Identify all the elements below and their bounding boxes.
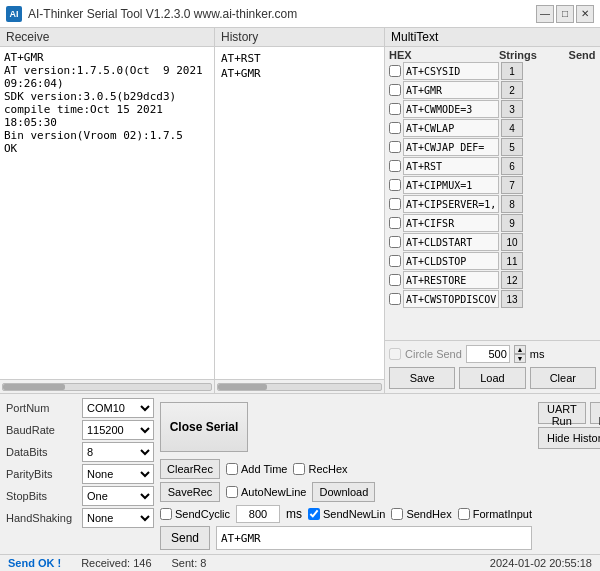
- mt-row-checkbox-3[interactable]: [389, 122, 401, 134]
- mt-row-send-btn-4[interactable]: 5: [501, 138, 523, 156]
- autonewline-checkbox[interactable]: [226, 486, 238, 498]
- mt-row-input-7[interactable]: [403, 195, 499, 213]
- history-hscrollbar[interactable]: [215, 379, 384, 393]
- history-hscroll-thumb: [218, 384, 267, 390]
- multitext-rows: 1 2 3 4 5 6: [385, 61, 600, 340]
- mt-row-checkbox-6[interactable]: [389, 179, 401, 191]
- send-button[interactable]: Send: [160, 526, 210, 550]
- stopbits-select[interactable]: One: [82, 486, 154, 506]
- history-panel: History AT+RSTAT+GMR: [215, 28, 385, 393]
- send-input[interactable]: [216, 526, 532, 550]
- uart-run-button[interactable]: UART Run: [538, 402, 586, 424]
- mt-row-input-2[interactable]: [403, 100, 499, 118]
- history-item[interactable]: AT+RST: [219, 51, 380, 66]
- baudrate-select[interactable]: 115200: [82, 420, 154, 440]
- mt-row-send-btn-6[interactable]: 7: [501, 176, 523, 194]
- mt-row: 4: [389, 119, 596, 137]
- addtime-label[interactable]: Add Time: [226, 463, 287, 475]
- mt-row-send-btn-7[interactable]: 8: [501, 195, 523, 213]
- sendcyclic-input[interactable]: [236, 505, 280, 523]
- spinner-up-button[interactable]: ▲: [514, 345, 526, 354]
- circle-send-input[interactable]: [466, 345, 510, 363]
- close-serial-button[interactable]: Close Serial: [160, 402, 248, 452]
- mt-row-send-btn-2[interactable]: 3: [501, 100, 523, 118]
- hscroll-track[interactable]: [2, 383, 212, 391]
- sendcyclic-checkbox[interactable]: [160, 508, 172, 520]
- multitext-bottom: Circle Send ▲ ▼ ms Save Load Clear: [385, 340, 600, 393]
- load-button[interactable]: Load: [459, 367, 525, 389]
- formatinput-label[interactable]: FormatInput: [458, 508, 532, 520]
- mt-row-checkbox-12[interactable]: [389, 293, 401, 305]
- mt-row-send-btn-11[interactable]: 12: [501, 271, 523, 289]
- sendnewlin-label[interactable]: SendNewLin: [308, 508, 385, 520]
- mt-row-checkbox-0[interactable]: [389, 65, 401, 77]
- mt-row-checkbox-11[interactable]: [389, 274, 401, 286]
- sendhex-label[interactable]: SendHex: [391, 508, 451, 520]
- hide-multitext-button[interactable]: Hide MultiText: [590, 402, 600, 424]
- mt-row-checkbox-1[interactable]: [389, 84, 401, 96]
- mt-row-input-3[interactable]: [403, 119, 499, 137]
- formatinput-checkbox[interactable]: [458, 508, 470, 520]
- mt-row-input-8[interactable]: [403, 214, 499, 232]
- paritybits-select[interactable]: None: [82, 464, 154, 484]
- row-saverec: SaveRec AutoNewLine Download: [160, 482, 532, 502]
- mt-row-input-9[interactable]: [403, 233, 499, 251]
- sendnewlin-checkbox[interactable]: [308, 508, 320, 520]
- portnum-select[interactable]: COM10: [82, 398, 154, 418]
- minimize-button[interactable]: —: [536, 5, 554, 23]
- history-item[interactable]: AT+GMR: [219, 66, 380, 81]
- mt-row-input-12[interactable]: [403, 290, 499, 308]
- addtime-checkbox[interactable]: [226, 463, 238, 475]
- mt-row-send-btn-5[interactable]: 6: [501, 157, 523, 175]
- spinner-down-button[interactable]: ▼: [514, 354, 526, 363]
- handshaking-select[interactable]: None: [82, 508, 154, 528]
- multitext-panel: MultiText HEX Strings Send 1 2 3: [385, 28, 600, 393]
- receive-panel: Receive: [0, 28, 215, 393]
- stopbits-row: StopBits One: [6, 486, 154, 506]
- mt-row-checkbox-10[interactable]: [389, 255, 401, 267]
- mt-row-send-btn-8[interactable]: 9: [501, 214, 523, 232]
- history-hscroll-track[interactable]: [217, 383, 382, 391]
- mt-row-checkbox-8[interactable]: [389, 217, 401, 229]
- mt-row-input-10[interactable]: [403, 252, 499, 270]
- saverec-button[interactable]: SaveRec: [160, 482, 220, 502]
- mt-row-input-0[interactable]: [403, 62, 499, 80]
- right-section: UART Run Hide MultiText Hide History: [538, 402, 600, 550]
- mt-row-send-btn-0[interactable]: 1: [501, 62, 523, 80]
- mt-row-send-btn-3[interactable]: 4: [501, 119, 523, 137]
- title-bar: AI AI-Thinker Serial Tool V1.2.3.0 www.a…: [0, 0, 600, 28]
- clear-button[interactable]: Clear: [530, 367, 596, 389]
- sendhex-checkbox[interactable]: [391, 508, 403, 520]
- mt-row-checkbox-5[interactable]: [389, 160, 401, 172]
- mt-row-send-btn-9[interactable]: 10: [501, 233, 523, 251]
- maximize-button[interactable]: □: [556, 5, 574, 23]
- close-button[interactable]: ✕: [576, 5, 594, 23]
- stopbits-label: StopBits: [6, 490, 78, 502]
- clearrec-button[interactable]: ClearRec: [160, 459, 220, 479]
- mt-row-input-4[interactable]: [403, 138, 499, 156]
- save-button[interactable]: Save: [389, 367, 455, 389]
- mt-row-input-5[interactable]: [403, 157, 499, 175]
- mt-row-checkbox-9[interactable]: [389, 236, 401, 248]
- mt-row-input-11[interactable]: [403, 271, 499, 289]
- receive-hscrollbar[interactable]: [0, 379, 214, 393]
- mt-row-input-6[interactable]: [403, 176, 499, 194]
- download-button[interactable]: Download: [312, 482, 375, 502]
- mt-row-send-btn-1[interactable]: 2: [501, 81, 523, 99]
- mt-row-checkbox-7[interactable]: [389, 198, 401, 210]
- mt-row-checkbox-2[interactable]: [389, 103, 401, 115]
- sendcyclic-label[interactable]: SendCyclic: [160, 508, 230, 520]
- mt-row-input-1[interactable]: [403, 81, 499, 99]
- app-icon: AI: [6, 6, 22, 22]
- autonewline-label[interactable]: AutoNewLine: [226, 486, 306, 498]
- rechex-label[interactable]: RecHex: [293, 463, 347, 475]
- rechex-checkbox[interactable]: [293, 463, 305, 475]
- mt-row: 8: [389, 195, 596, 213]
- mt-row-send-btn-12[interactable]: 13: [501, 290, 523, 308]
- mt-row-send-btn-10[interactable]: 11: [501, 252, 523, 270]
- circle-send-checkbox[interactable]: [389, 348, 401, 360]
- databits-select[interactable]: 8: [82, 442, 154, 462]
- hide-history-button[interactable]: Hide History: [538, 427, 600, 449]
- mt-row-checkbox-4[interactable]: [389, 141, 401, 153]
- receive-textarea[interactable]: [0, 47, 214, 379]
